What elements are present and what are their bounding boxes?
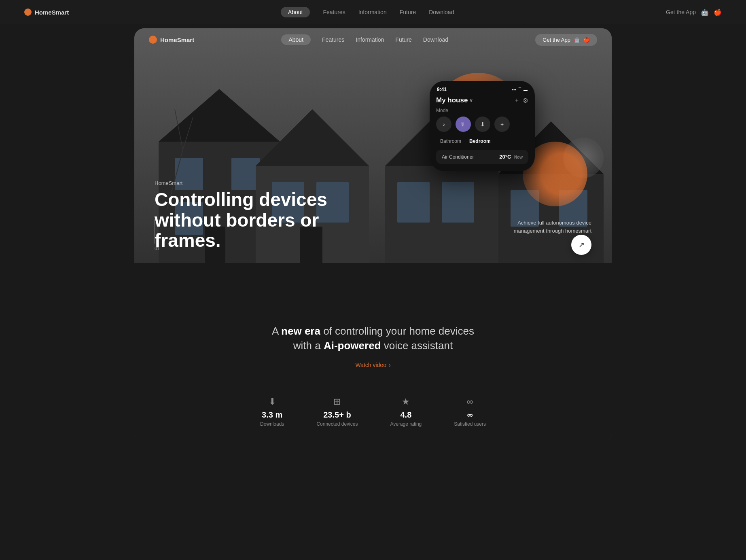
inner-nav-about-active[interactable]: About — [281, 34, 311, 45]
outer-nav: HomeSmart About Features Information Fut… — [0, 0, 746, 24]
slide-line — [155, 219, 155, 244]
watch-video-button[interactable]: Watch video › — [355, 362, 390, 368]
apple-icon: 🍎 — [714, 8, 722, 16]
outer-nav-features[interactable]: Features — [323, 9, 345, 15]
phone-room-tabs: Bathroom Bedroom — [430, 137, 535, 146]
main-card: HomeSmart About Features Information Fut… — [134, 28, 612, 443]
outer-nav-download[interactable]: Download — [429, 9, 454, 15]
downloads-number: 3.3 m — [262, 410, 282, 420]
stats-row: ⬇ 3.3 m Downloads ⊞ 23.5+ b Connected de… — [150, 388, 596, 427]
phone-header: My house ∨ + ⚙ — [430, 95, 535, 108]
stat-rating: ★ 4.8 Average rating — [390, 397, 422, 427]
mode-music-icon[interactable]: ♪ — [436, 117, 451, 132]
svg-rect-20 — [134, 263, 612, 299]
outer-nav-information[interactable]: Information — [358, 9, 387, 15]
tagline-a: A — [272, 325, 281, 337]
inner-nav-features[interactable]: Features — [322, 36, 344, 43]
connected-label: Connected devices — [316, 421, 358, 427]
device-info: Air Conditioner — [442, 154, 474, 160]
logo-icon — [24, 8, 32, 16]
phone-mode-icons: ♪ 🎙 ⬇ + — [430, 117, 535, 132]
inner-nav: HomeSmart About Features Information Fut… — [134, 28, 612, 51]
tagline-new-era: new era — [281, 325, 323, 337]
watch-video-chevron: › — [389, 362, 391, 368]
mode-label: Mode — [430, 108, 535, 113]
inner-logo-icon — [149, 36, 157, 44]
device-name: Air Conditioner — [442, 154, 474, 160]
tagline-end: voice assistant — [384, 339, 453, 352]
hero-arrow-button[interactable]: ↗ — [571, 235, 591, 255]
wifi-icon: ⌒ — [518, 87, 522, 92]
mode-add-icon[interactable]: + — [494, 117, 510, 132]
phone-device-row: Air Conditioner 20°C Now — [436, 150, 528, 164]
apple-store-icon: 🍎 — [583, 37, 590, 43]
phone-status-bar: 9:41 ▪▪▪ ⌒ ▬ — [430, 87, 535, 92]
rating-label: Average rating — [390, 421, 422, 427]
satisfied-number: ∞ — [467, 410, 473, 420]
phone-header-actions: + ⚙ — [515, 97, 528, 104]
svg-rect-15 — [442, 182, 474, 223]
battery-icon: ▬ — [523, 87, 528, 92]
settings-icon[interactable]: ⚙ — [523, 97, 528, 104]
inner-nav-information[interactable]: Information — [356, 36, 384, 43]
stat-satisfied-users: ∞ ∞ Satisfied users — [454, 397, 486, 427]
outer-nav-right: Get the App 🤖 🍎 — [666, 8, 722, 16]
tagline: A new era of controlling your home devic… — [252, 324, 494, 353]
mode-voice-icon[interactable]: 🎙 — [456, 117, 471, 132]
stat-downloads: ⬇ 3.3 m Downloads — [260, 397, 284, 427]
mode-download-icon[interactable]: ⬇ — [475, 117, 490, 132]
stat-connected-devices: ⊞ 23.5+ b Connected devices — [316, 397, 358, 427]
svg-rect-14 — [397, 182, 430, 223]
inner-nav-download[interactable]: Download — [423, 36, 448, 43]
get-app-button[interactable]: Get the App 🤖 🍎 — [535, 34, 597, 46]
outer-nav-links: About Features Information Future Downlo… — [281, 7, 454, 17]
phone-time: 9:41 — [437, 87, 447, 92]
tab-bathroom[interactable]: Bathroom — [436, 137, 465, 146]
outer-logo-text: HomeSmart — [35, 9, 69, 16]
device-temp: 20°C Now — [499, 154, 523, 160]
phone-house-name: My house ∨ — [436, 96, 473, 104]
hero-text-block: HomeSmart Controlling devices without bo… — [155, 180, 365, 251]
outer-logo[interactable]: HomeSmart — [24, 8, 69, 16]
inner-logo[interactable]: HomeSmart — [149, 36, 194, 44]
chevron-down-icon: ∨ — [469, 98, 473, 103]
hero-description: Achieve full autonomous device managemen… — [502, 219, 591, 235]
main-wrapper: HomeSmart About Features Information Fut… — [0, 0, 746, 443]
watch-video-label: Watch video — [355, 362, 386, 368]
rating-number: 4.8 — [400, 410, 411, 420]
slide-indicator: 01 — [155, 219, 159, 251]
device-status-now: Now — [514, 155, 523, 159]
slide-number: 01 — [155, 246, 159, 251]
tagline-ai: Ai-powered — [324, 339, 384, 352]
satisfied-label: Satisfied users — [454, 421, 486, 427]
hero-title: Controlling devices without borders or f… — [155, 189, 365, 251]
inner-nav-links: About Features Information Future Downlo… — [281, 34, 448, 45]
inner-nav-future[interactable]: Future — [395, 36, 411, 43]
outer-nav-future[interactable]: Future — [400, 9, 416, 15]
hero-section: 9:41 ▪▪▪ ⌒ ▬ My house ∨ + ⚙ — [134, 28, 612, 299]
connected-number: 23.5+ b — [323, 410, 351, 420]
phone-mockup: 9:41 ▪▪▪ ⌒ ▬ My house ∨ + ⚙ — [430, 81, 535, 171]
outer-get-app-label[interactable]: Get the App — [666, 9, 696, 15]
android-store-icon: 🤖 — [574, 37, 580, 43]
tab-bedroom[interactable]: Bedroom — [465, 137, 495, 146]
bottom-section: A new era of controlling your home devic… — [134, 299, 612, 443]
android-icon: 🤖 — [701, 8, 709, 16]
signal-icon: ▪▪▪ — [512, 87, 516, 92]
outer-nav-about-active[interactable]: About — [281, 7, 310, 17]
plus-icon[interactable]: + — [515, 97, 519, 104]
inner-nav-right: Get the App 🤖 🍎 — [535, 34, 597, 46]
satisfied-icon: ∞ — [467, 397, 473, 407]
rating-icon: ★ — [402, 397, 410, 407]
get-app-label: Get the App — [543, 37, 570, 43]
phone-status-icons: ▪▪▪ ⌒ ▬ — [512, 87, 528, 92]
device-status: 20°C Now — [499, 154, 523, 160]
downloads-icon: ⬇ — [269, 397, 276, 407]
house-name-text: My house — [436, 96, 468, 104]
inner-logo-text: HomeSmart — [160, 36, 194, 43]
hero-brand: HomeSmart — [155, 180, 365, 186]
downloads-label: Downloads — [260, 421, 284, 427]
connected-icon: ⊞ — [333, 397, 341, 407]
